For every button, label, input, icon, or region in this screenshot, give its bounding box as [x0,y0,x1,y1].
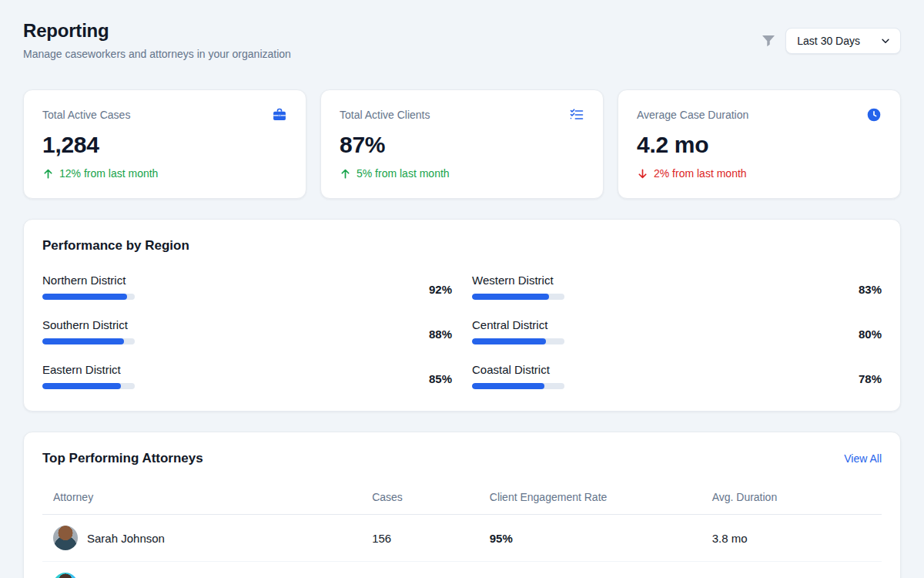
region-name: Western District [472,274,564,287]
clock-icon [866,107,882,123]
page-header: Reporting Manage caseworkers and attorne… [23,20,901,60]
region-name: Northern District [42,274,135,287]
arrow-up-icon [42,168,54,180]
page-subtitle: Manage caseworkers and attorneys in your… [23,48,291,60]
table-header-row: Attorney Cases Client Engagement Rate Av… [42,482,882,515]
region-name: Coastal District [472,363,564,376]
region-value: 83% [859,283,882,296]
progress-bar [472,338,564,344]
stat-trend: 12% from last month [42,167,287,180]
header-controls: Last 30 Days [761,28,901,54]
arrow-up-icon [340,168,351,180]
progress-bar [42,294,135,300]
stat-trend-text: 2% from last month [654,167,747,180]
cases-value: 142 [361,562,479,578]
top-performing-attorneys-card: Top Performing Attorneys View All Attorn… [23,432,901,578]
section-title: Top Performing Attorneys [42,451,203,466]
region-grid: Northern District 92% Western District 8… [42,274,882,389]
region-value: 85% [429,372,452,385]
stat-card-average-case-duration: Average Case Duration 4.2 mo 2% from las… [618,89,901,199]
stat-card-total-active-clients: Total Active Clients 87% 5% from last mo… [320,89,604,199]
progress-bar [42,338,135,344]
table-row[interactable]: Michael Chen 142 93% 4.1 mo [42,562,882,578]
column-header-engagement: Client Engagement Rate [479,482,701,515]
table-row[interactable]: Sarah Johnson 156 95% 3.8 mo [42,515,882,562]
header-titles: Reporting Manage caseworkers and attorne… [23,20,291,60]
column-header-cases: Cases [361,482,479,515]
column-header-attorney: Attorney [42,482,361,515]
progress-bar [42,383,135,389]
region-item: Northern District 92% [42,274,452,300]
region-value: 88% [429,328,452,341]
page-title: Reporting [23,20,291,42]
performance-by-region-card: Performance by Region Northern District … [23,219,901,412]
section-title: Performance by Region [42,238,882,254]
stat-value: 4.2 mo [637,132,882,158]
avatar [53,526,78,550]
date-range-select[interactable]: Last 30 Days [785,28,901,54]
stat-value: 87% [340,132,584,158]
region-item: Southern District 88% [42,318,452,344]
region-name: Southern District [42,318,135,331]
stat-trend: 2% from last month [637,167,882,180]
region-item: Central District 80% [472,318,882,344]
progress-bar [472,383,564,389]
stat-trend-text: 5% from last month [357,167,450,180]
checklist-icon [569,107,584,123]
briefcase-icon [272,107,287,123]
region-value: 78% [859,372,882,385]
stat-card-total-active-cases: Total Active Cases 1,284 12% from last m… [23,89,306,199]
engagement-value: 93% [479,562,701,578]
region-item: Coastal District 78% [472,363,882,389]
cases-value: 156 [361,515,479,562]
progress-bar [472,294,564,300]
attorneys-table: Attorney Cases Client Engagement Rate Av… [42,482,882,578]
stat-value: 1,284 [42,132,287,158]
column-header-duration: Avg. Duration [701,482,882,515]
region-name: Eastern District [42,363,135,376]
stat-label: Total Active Clients [340,109,430,121]
engagement-value: 95% [479,515,701,562]
stat-trend: 5% from last month [340,167,584,180]
stats-row: Total Active Cases 1,284 12% from last m… [23,89,901,199]
avatar [53,573,78,578]
arrow-down-icon [637,168,648,180]
date-range-value: Last 30 Days [797,35,860,47]
region-value: 92% [429,283,452,296]
duration-value: 3.8 mo [701,515,882,562]
chevron-down-icon [880,35,891,46]
region-item: Eastern District 85% [42,363,452,389]
stat-trend-text: 12% from last month [59,167,158,180]
region-value: 80% [859,328,882,341]
stat-label: Average Case Duration [637,109,748,121]
reporting-dashboard: Reporting Manage caseworkers and attorne… [0,0,924,578]
view-all-link[interactable]: View All [844,452,882,465]
duration-value: 4.1 mo [701,562,882,578]
funnel-icon [761,33,776,49]
attorney-name: Sarah Johnson [87,532,165,545]
region-name: Central District [472,318,564,331]
region-item: Western District 83% [472,274,882,300]
stat-label: Total Active Cases [42,109,130,121]
